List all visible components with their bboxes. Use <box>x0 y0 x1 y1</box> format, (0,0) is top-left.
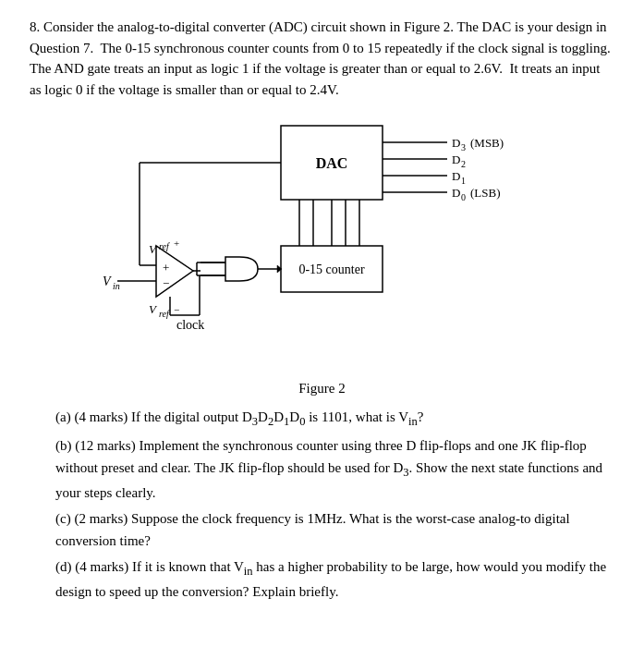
svg-text:−: − <box>163 276 169 290</box>
svg-text:D: D <box>452 136 460 150</box>
svg-text:0: 0 <box>461 192 466 202</box>
part-b: (b) (12 marks) Implement the synchronous… <box>30 434 614 504</box>
part-d: (d) (4 marks) If it is known that Vin ha… <box>30 555 614 603</box>
svg-text:D: D <box>452 153 460 166</box>
svg-text:0-15 counter: 0-15 counter <box>298 262 364 276</box>
part-c-label <box>30 507 55 530</box>
svg-text:in: in <box>113 281 120 291</box>
svg-text:−: − <box>174 304 179 315</box>
question-number: 8. <box>30 19 43 34</box>
svg-text:+: + <box>174 238 179 249</box>
svg-text:ref: ref <box>159 241 170 251</box>
question-container: 8. Consider the analog-to-digital conver… <box>30 17 614 603</box>
svg-text:+: + <box>163 261 169 275</box>
part-b-text: (b) (12 marks) Implement the synchronous… <box>55 434 614 504</box>
svg-marker-23 <box>156 246 193 297</box>
svg-text:1: 1 <box>461 176 466 186</box>
part-a-label <box>30 406 55 428</box>
svg-text:V: V <box>149 302 158 316</box>
part-d-label <box>30 555 55 578</box>
part-c-text: (c) (2 marks) Suppose the clock frequenc… <box>55 507 614 552</box>
svg-text:D: D <box>452 186 460 200</box>
part-d-text: (d) (4 marks) If it is known that Vin ha… <box>55 555 614 603</box>
svg-text:2: 2 <box>461 159 466 169</box>
svg-text:ref: ref <box>159 309 170 319</box>
svg-text:(LSB): (LSB) <box>470 186 501 200</box>
circuit-area: DAC D 3 (MSB) D 2 D 1 D 0 (LSB) <box>101 116 544 375</box>
figure-caption: Figure 2 <box>298 381 345 397</box>
part-c: (c) (2 marks) Suppose the clock frequenc… <box>30 507 614 552</box>
part-a-text: (a) (4 marks) If the digital output D3D2… <box>55 406 614 431</box>
circuit-diagram: DAC D 3 (MSB) D 2 D 1 D 0 (LSB) <box>101 116 544 375</box>
part-a: (a) (4 marks) If the digital output D3D2… <box>30 406 614 431</box>
question-text: 8. Consider the analog-to-digital conver… <box>30 17 614 100</box>
parts-container: (a) (4 marks) If the digital output D3D2… <box>30 406 614 603</box>
svg-text:DAC: DAC <box>315 155 347 171</box>
svg-text:clock: clock <box>176 318 204 332</box>
figure-container: DAC D 3 (MSB) D 2 D 1 D 0 (LSB) <box>30 116 614 397</box>
part-b-label <box>30 434 55 457</box>
svg-text:D: D <box>452 169 460 183</box>
svg-text:3: 3 <box>461 142 466 153</box>
svg-text:(MSB): (MSB) <box>470 136 504 150</box>
svg-text:V: V <box>103 275 112 288</box>
